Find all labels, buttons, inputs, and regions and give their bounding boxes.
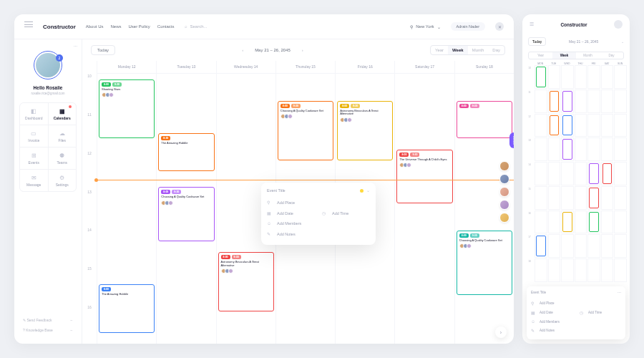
add-notes-row[interactable]: ✎Add Notes <box>531 326 621 335</box>
grid-cell[interactable] <box>601 137 614 161</box>
calendar-event[interactable]: 8:009:30 <box>457 101 512 139</box>
grid-cell[interactable] <box>614 186 627 210</box>
calendar-event[interactable] <box>562 212 572 233</box>
attendee-avatar[interactable] <box>499 187 509 197</box>
calendar-event[interactable] <box>550 91 560 112</box>
sidebar-item-events[interactable]: ⊞Events <box>20 147 48 169</box>
today-button[interactable]: Today <box>528 37 546 46</box>
grid-cell[interactable] <box>575 211 587 234</box>
popup-title-input[interactable]: Event Title <box>267 188 286 193</box>
add-notes-row[interactable]: ✎Add Notes <box>267 228 370 239</box>
grid-cell[interactable] <box>587 65 600 89</box>
grid-cell[interactable] <box>561 211 574 234</box>
calendar-event[interactable]: 8:009:30Choosing A Quality Cookware Set <box>457 231 512 295</box>
add-members-row[interactable]: ☺Add Members <box>267 218 370 228</box>
chevron-down-icon[interactable]: ⌄ <box>621 39 624 44</box>
view-week[interactable]: Week <box>552 52 576 59</box>
grid-cell[interactable] <box>535 162 547 185</box>
nav-about[interactable]: About Us <box>86 24 104 29</box>
calendar-event[interactable] <box>589 188 599 208</box>
calendar-event[interactable]: 8:009:30Astronomy Binoculars A Great Alt… <box>218 252 274 311</box>
grid-cell[interactable] <box>587 90 600 113</box>
grid-cell[interactable] <box>561 65 574 89</box>
menu-icon[interactable] <box>24 21 33 27</box>
add-place-row[interactable]: ⚲Add Place <box>267 197 370 208</box>
grid-cell[interactable] <box>614 258 627 282</box>
grid-cell[interactable] <box>548 186 561 210</box>
more-icon[interactable]: ⋯ <box>618 291 621 294</box>
grid-cell[interactable] <box>561 162 574 185</box>
grid-cell[interactable] <box>561 114 574 137</box>
grid-cell[interactable] <box>587 114 600 137</box>
calendar-event[interactable]: 8:00The Amazing Hubble <box>99 284 155 333</box>
attendee-avatar[interactable] <box>499 200 509 210</box>
view-week[interactable]: Week <box>448 46 468 54</box>
grid-cell[interactable] <box>575 162 587 185</box>
next-arrow-icon[interactable]: › <box>298 47 308 54</box>
calendar-event[interactable] <box>536 236 546 256</box>
calendar-event[interactable] <box>602 163 613 184</box>
avatar[interactable] <box>614 20 623 29</box>
grid-cell[interactable] <box>535 114 547 137</box>
view-day[interactable]: Day <box>600 52 623 59</box>
view-month[interactable]: Month <box>468 46 489 54</box>
grid-cell[interactable] <box>548 234 561 258</box>
grid-cell[interactable] <box>587 234 600 258</box>
calendar-event[interactable] <box>562 115 572 136</box>
grid-cell[interactable] <box>548 65 561 89</box>
view-month[interactable]: Month <box>576 52 600 59</box>
sidebar-item-settings[interactable]: ⚙Settings <box>49 170 77 191</box>
grid-cell[interactable] <box>535 137 547 161</box>
calendar-event[interactable] <box>589 212 599 233</box>
grid-cell[interactable] <box>614 90 627 113</box>
invite-button[interactable]: Invite <box>509 132 514 148</box>
grid-cell[interactable] <box>535 65 547 89</box>
add-time-row[interactable]: ◷Add Time <box>580 308 621 317</box>
grid-cell[interactable] <box>535 234 547 258</box>
grid-cell[interactable] <box>548 90 561 113</box>
nav-contacts[interactable]: Contacts <box>157 24 175 29</box>
grid-cell[interactable] <box>614 211 627 234</box>
grid-cell[interactable] <box>561 234 574 258</box>
menu-icon[interactable]: ☰ <box>530 21 534 27</box>
sidebar-item-dashboard[interactable]: ◧Dashboard <box>20 103 48 125</box>
grid-cell[interactable] <box>575 186 587 210</box>
calendar-event[interactable]: 8:009:30Shooting Stars <box>99 79 155 139</box>
sidebar-item-message[interactable]: ✉Message <box>20 170 48 191</box>
grid-cell[interactable] <box>601 162 614 185</box>
grid-cell[interactable] <box>575 137 587 161</box>
view-day[interactable]: Day <box>488 46 504 54</box>
calendar-event[interactable]: 8:009:30Choosing A Quality Cookware Set <box>158 187 214 241</box>
grid-cell[interactable] <box>535 211 547 234</box>
grid-cell[interactable] <box>561 90 574 113</box>
grid-cell[interactable] <box>587 186 600 210</box>
user-chip[interactable]: Adrain Nader <box>451 22 485 31</box>
send-feedback-link[interactable]: ✎ Send Feedback→ <box>21 315 74 325</box>
grid-cell[interactable] <box>535 90 547 113</box>
sidebar-item-invoice[interactable]: ▭Invoice <box>20 125 48 147</box>
grid-cell[interactable] <box>561 186 574 210</box>
grid-cell[interactable] <box>601 258 614 282</box>
grid-cell[interactable] <box>587 137 600 161</box>
grid-cell[interactable] <box>575 65 587 89</box>
grid-cell[interactable] <box>548 137 561 161</box>
grid-cell[interactable] <box>587 162 600 185</box>
more-icon[interactable]: ⋯ <box>74 44 77 48</box>
grid-cell[interactable] <box>548 162 561 185</box>
add-date-row[interactable]: ▦Add Date <box>531 308 572 317</box>
calendar-event[interactable] <box>550 115 560 136</box>
nav-news[interactable]: News <box>110 24 121 29</box>
grid-cell[interactable] <box>535 186 547 210</box>
add-place-row[interactable]: ⚲Add Place <box>531 299 621 308</box>
add-date-row[interactable]: ▦Add Date <box>267 208 315 218</box>
popup-title-input[interactable]: Event Title <box>531 291 546 294</box>
grid-cell[interactable] <box>575 258 587 282</box>
attendee-avatar[interactable] <box>499 161 509 171</box>
sidebar-item-teams[interactable]: ⚉Teams <box>49 147 77 169</box>
grid-cell[interactable] <box>561 137 574 161</box>
add-members-row[interactable]: ☺Add Members <box>531 317 621 326</box>
grid-cell[interactable] <box>548 258 561 282</box>
calendar-event[interactable]: 8:009:30The Universe Through A Child's E… <box>396 150 452 203</box>
grid-cell[interactable] <box>614 65 627 89</box>
profile-avatar[interactable]: 2 <box>34 51 62 79</box>
